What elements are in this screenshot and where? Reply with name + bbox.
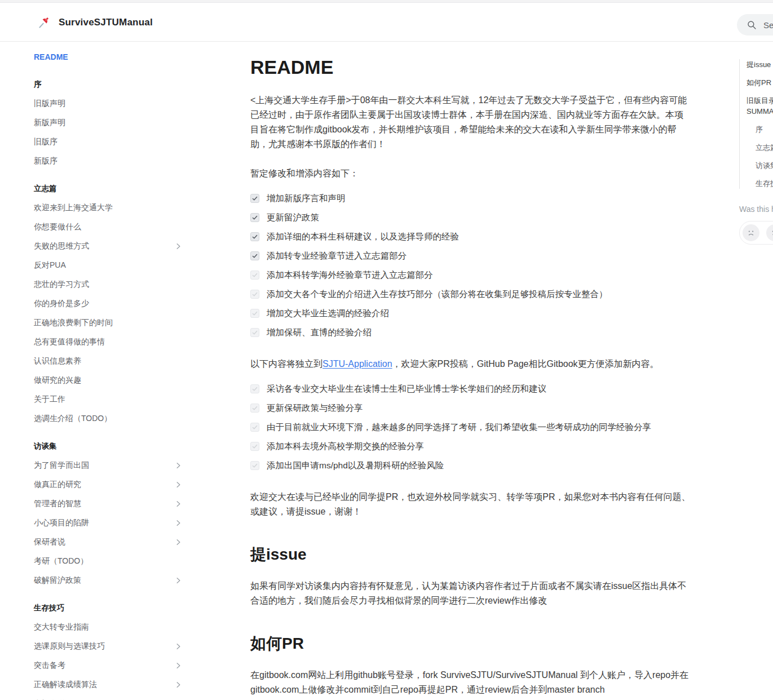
checklist-item: 添加本科去境外高校学期交换的经验分享 <box>250 437 691 456</box>
checklist-item: 增加交大毕业生选调的经验介绍 <box>250 304 691 323</box>
header: SurviveSJTUManual Search <box>0 3 773 42</box>
chevron-right-icon[interactable] <box>174 500 183 508</box>
checklist-item-text: 添加详细的本科生科研建议，以及选择导师的经验 <box>267 231 459 243</box>
checkbox-icon <box>250 384 259 393</box>
sidebar-item[interactable]: 你想要做什么 <box>34 218 184 237</box>
sidebar-item[interactable]: 保研者说 <box>34 533 184 552</box>
checklist-item: 添加交大各个专业的介绍进入生存技巧部分（该部分将在收集到足够投稿后按专业整合） <box>250 285 691 304</box>
sidebar-item[interactable]: 反对PUA <box>34 256 184 275</box>
sidebar-item[interactable]: 你的身价是多少 <box>34 294 184 313</box>
sidebar-item[interactable]: 选调生介绍（TODO） <box>34 409 184 428</box>
sidebar-item-label: 选调生介绍（TODO） <box>34 414 112 424</box>
checklist-item: 增加新版序言和声明 <box>250 189 691 208</box>
sidebar-item-label: 新版声明 <box>34 118 65 128</box>
sidebar-item[interactable]: 考研（TODO） <box>34 552 184 571</box>
sidebar-item-label: 关于工作 <box>34 395 65 405</box>
sidebar-item[interactable]: 旁门左道 <box>34 694 184 700</box>
checklist-item-text: 添加交大各个专业的介绍进入生存技巧部分（该部分将在收集到足够投稿后按专业整合） <box>267 289 608 300</box>
search-icon <box>747 20 757 30</box>
section-heading-issue: 提issue <box>250 545 691 564</box>
sidebar-item[interactable]: 总有更值得做的事情 <box>34 333 184 352</box>
checkbox-icon <box>250 461 259 470</box>
sidebar-item[interactable]: 悲壮的学习方式 <box>34 275 184 294</box>
checklist-item-text: 采访各专业交大毕业生在读博士生和已毕业博士学长学姐们的经历和建议 <box>267 383 546 395</box>
chevron-right-icon[interactable] <box>174 643 183 651</box>
section-body-pr: 在gitbook.com网站上利用github账号登录，fork Survive… <box>250 668 691 697</box>
sidebar-nav: README 序 旧版声明 <box>34 47 184 700</box>
sidebar-item[interactable]: 破解留沪政策 <box>34 571 184 590</box>
sidebar-item[interactable]: 旧版序 <box>34 132 184 152</box>
checkbox-icon <box>250 328 259 337</box>
sidebar-item[interactable]: 为了留学而出国 <box>34 456 184 475</box>
checklist-item: 添加详细的本科生科研建议，以及选择导师的经验 <box>250 227 691 246</box>
chevron-right-icon[interactable] <box>174 242 183 251</box>
toc-item[interactable]: 立志篇 <box>747 142 773 153</box>
chevron-right-icon[interactable] <box>174 462 183 470</box>
sidebar-item: 序 <box>34 75 184 94</box>
chevron-right-icon[interactable] <box>174 662 183 670</box>
link-paragraph: 以下内容将独立到SJTU-Application，欢迎大家PR投稿，GitHub… <box>250 357 691 371</box>
sidebar-item[interactable]: 做研究的兴趣 <box>34 371 184 390</box>
checkbox-icon <box>250 290 259 299</box>
page-toc: 提issue 如何PR 旧版目录 SUMMARY 序 立志篇 访谈集 生存技巧 … <box>739 59 773 245</box>
sidebar-item[interactable]: 旧版声明 <box>34 94 184 113</box>
checklist-item-text: 增加新版序言和声明 <box>267 193 346 205</box>
feedback-question: Was this helpful? <box>739 205 773 214</box>
checklist-item: 采访各专业交大毕业生在读博士生和已毕业博士学长学姐们的经历和建议 <box>250 379 691 398</box>
sidebar-item-label: 旧版声明 <box>34 99 65 109</box>
sidebar-item[interactable]: 交大转专业指南 <box>34 618 184 637</box>
checklist-item-text: 添加本科去境外高校学期交换的经验分享 <box>267 441 424 453</box>
sidebar-item-label: 访谈集 <box>34 441 57 451</box>
sidebar-item-label: 小心项目的陷阱 <box>34 518 89 528</box>
toc-item[interactable]: 旧版目录 SUMMARY <box>747 95 773 117</box>
sad-face-icon[interactable] <box>743 224 759 241</box>
sidebar-item[interactable]: 欢迎来到上海交通大学 <box>34 198 184 218</box>
sidebar-item[interactable]: 做真正的研究 <box>34 475 184 494</box>
checklist-item-text: 增加交大毕业生选调的经验介绍 <box>267 308 389 320</box>
sidebar-item[interactable]: 新版序 <box>34 152 184 171</box>
chevron-right-icon[interactable] <box>174 538 183 547</box>
checklist-item-text: 更新留沪政策 <box>267 212 319 224</box>
sidebar-item-label: 为了留学而出国 <box>34 460 89 471</box>
sidebar-item-label: 正确地浪费剩下的时间 <box>34 318 113 328</box>
checkbox-icon <box>250 423 259 432</box>
checklist-item: 更新保研政策与经验分享 <box>250 398 691 418</box>
sidebar-item[interactable]: 关于工作 <box>34 390 184 409</box>
sidebar-item-label: 欢迎来到上海交通大学 <box>34 203 113 213</box>
sidebar-item-label: 考研（TODO） <box>34 556 88 566</box>
chevron-right-icon[interactable] <box>174 519 183 528</box>
sjtu-application-link[interactable]: SJTU-Application <box>323 359 392 369</box>
sidebar-item-label: 新版序 <box>34 156 58 166</box>
sidebar-item-label: 正确解读成绩算法 <box>34 680 97 690</box>
toc-item[interactable]: 访谈集 <box>747 160 773 171</box>
link-paragraph-before: 以下内容将独立到 <box>250 359 323 369</box>
toc-item[interactable]: 生存技巧 <box>747 178 773 189</box>
sidebar-item[interactable]: 管理者的智慧 <box>34 494 184 513</box>
neutral-face-icon[interactable] <box>766 224 773 241</box>
sidebar-item[interactable]: 正确解读成绩算法 <box>34 675 184 694</box>
sidebar-item[interactable]: 突击备考 <box>34 656 184 675</box>
search-placeholder: Search <box>763 20 773 30</box>
main-content: README <上海交通大学生存手册>于08年由一群交大本科生写就，12年过去了… <box>250 50 691 697</box>
chevron-right-icon[interactable] <box>174 577 183 585</box>
toc-list: 提issue 如何PR 旧版目录 SUMMARY 序 立志篇 访谈集 生存技巧 <box>739 59 773 189</box>
checklist-item: 由于目前就业大环境下滑，越来越多的同学选择了考研，我们希望收集一些考研成功的同学… <box>250 418 691 437</box>
chevron-right-icon[interactable] <box>174 681 183 689</box>
site-title[interactable]: SurviveSJTUManual <box>59 17 153 28</box>
sidebar-item[interactable]: 认识信息素养 <box>34 352 184 371</box>
toc-item[interactable]: 提issue <box>747 59 773 70</box>
sidebar-item[interactable]: 正确地浪费剩下的时间 <box>34 313 184 333</box>
chevron-right-icon[interactable] <box>174 481 183 489</box>
checklist-item-text: 由于目前就业大环境下滑，越来越多的同学选择了考研，我们希望收集一些考研成功的同学… <box>267 422 651 433</box>
checklist-item: 添加转专业经验章节进入立志篇部分 <box>250 246 691 265</box>
sidebar-item[interactable]: 失败的思维方式 <box>34 237 184 256</box>
checklist-item: 添加本科转学海外经验章节进入立志篇部分 <box>250 265 691 285</box>
toc-item[interactable]: 如何PR <box>747 77 773 88</box>
sidebar-item[interactable]: 小心项目的陷阱 <box>34 513 184 533</box>
search-input[interactable]: Search <box>737 14 773 36</box>
sidebar-item[interactable]: 选课原则与选课技巧 <box>34 637 184 656</box>
sidebar-item[interactable]: README <box>34 47 184 67</box>
sidebar-item[interactable]: 新版声明 <box>34 113 184 132</box>
toc-item[interactable]: 序 <box>747 124 773 135</box>
checkbox-icon <box>250 309 259 318</box>
